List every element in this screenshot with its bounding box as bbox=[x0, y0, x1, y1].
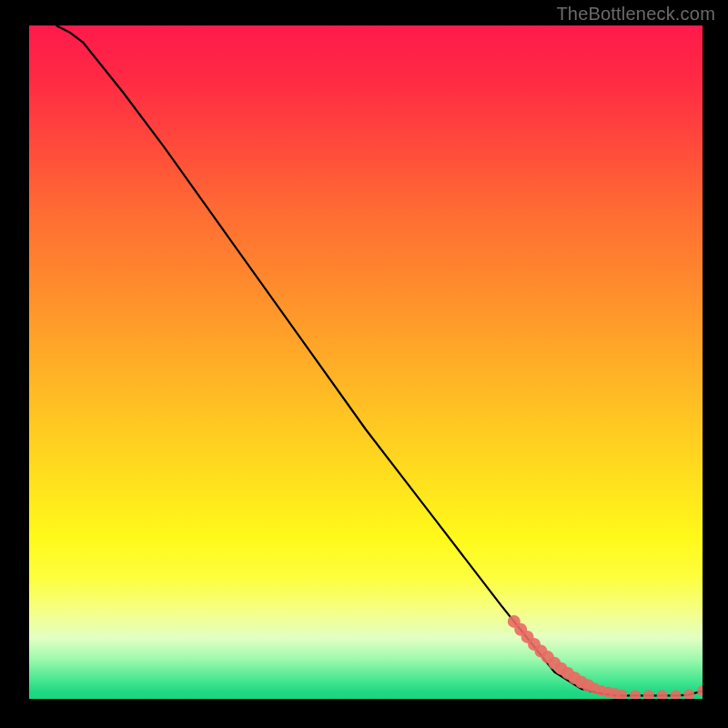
watermark-text: TheBottleneck.com bbox=[556, 4, 715, 25]
chart-svg bbox=[29, 25, 703, 699]
data-point bbox=[630, 690, 641, 699]
curve-line bbox=[56, 25, 703, 695]
data-point bbox=[670, 690, 681, 699]
data-point bbox=[683, 690, 694, 699]
data-point bbox=[643, 690, 654, 699]
chart-frame: TheBottleneck.com bbox=[0, 0, 728, 728]
data-point bbox=[697, 685, 703, 696]
scatter-points bbox=[508, 615, 703, 699]
bottleneck-curve bbox=[56, 25, 703, 695]
data-point bbox=[657, 690, 668, 699]
